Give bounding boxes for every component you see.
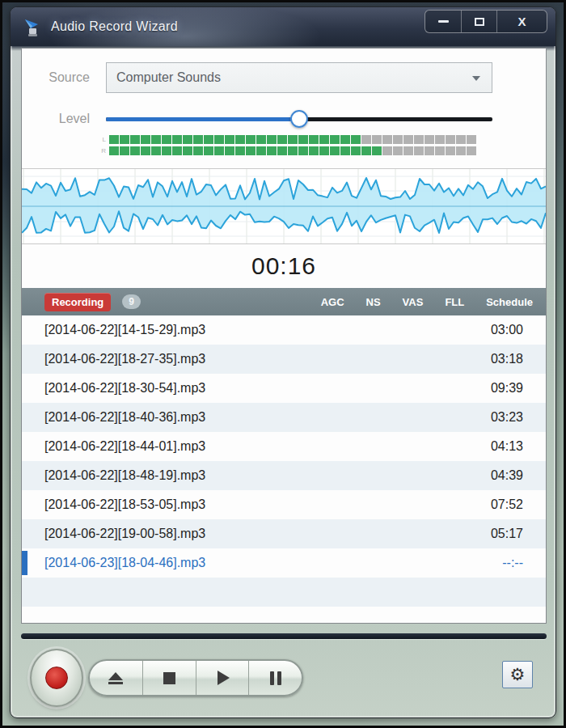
vu-block xyxy=(456,135,466,144)
vu-block xyxy=(372,146,382,155)
file-duration: 05:17 xyxy=(491,527,523,541)
list-item[interactable]: [2014-06-22][18-48-19].mp304:39 xyxy=(22,461,546,490)
vu-block xyxy=(172,135,182,144)
vu-block xyxy=(330,135,340,144)
file-name: [2014-06-23][18-04-46].mp3 xyxy=(44,556,205,570)
vu-block xyxy=(267,146,277,155)
vu-block xyxy=(277,146,287,155)
active-row-marker xyxy=(22,551,27,575)
vu-block xyxy=(309,135,319,144)
vu-block xyxy=(330,146,340,155)
app-icon xyxy=(23,16,43,37)
vu-block xyxy=(151,135,161,144)
stop-button[interactable] xyxy=(142,661,196,695)
level-slider[interactable] xyxy=(106,110,492,128)
file-duration: 04:39 xyxy=(491,468,523,483)
vu-block xyxy=(256,146,266,155)
vu-block xyxy=(225,135,234,144)
vu-block xyxy=(435,135,445,144)
vu-block xyxy=(361,146,371,155)
maximize-button[interactable] xyxy=(461,11,496,32)
vu-block xyxy=(424,146,434,155)
list-item[interactable]: [2014-06-22][18-40-36].mp303:23 xyxy=(22,403,546,432)
title-bar[interactable]: Audio Record Wizard X xyxy=(11,7,555,46)
file-duration: 03:00 xyxy=(491,323,523,337)
vu-block xyxy=(130,146,140,155)
minimize-icon xyxy=(438,20,449,23)
app-window: Audio Record Wizard X Source Computer So… xyxy=(10,6,556,718)
maximize-icon xyxy=(475,18,484,26)
vu-block xyxy=(172,146,182,155)
settings-button[interactable]: ⚙ xyxy=(502,661,533,688)
file-name: [2014-06-22][18-53-05].mp3 xyxy=(44,497,205,512)
waveform-graphic xyxy=(22,169,546,243)
vu-block xyxy=(225,146,234,155)
vu-block xyxy=(414,146,424,155)
recording-count-badge: 9 xyxy=(122,294,141,309)
waveform-display xyxy=(22,168,546,244)
list-item[interactable]: [2014-06-22][19-00-58].mp305:17 xyxy=(22,519,546,548)
window-controls: X xyxy=(424,10,547,33)
file-name: [2014-06-22][18-27-35].mp3 xyxy=(44,352,205,366)
source-value: Computer Sounds xyxy=(116,70,221,85)
vu-block xyxy=(267,135,277,144)
vu-block xyxy=(414,135,424,144)
list-item[interactable]: [2014-06-22][18-30-54].mp309:39 xyxy=(22,374,546,403)
vu-block xyxy=(446,135,455,144)
vu-block xyxy=(382,135,392,144)
play-button[interactable] xyxy=(196,661,249,695)
channel-label: R xyxy=(96,147,106,154)
vu-block xyxy=(298,146,308,155)
toggle-schedule[interactable]: Schedule xyxy=(486,296,533,308)
recording-status-badge: Recording xyxy=(44,293,111,311)
vu-block xyxy=(193,135,203,144)
file-name: [2014-06-22][19-00-58].mp3 xyxy=(44,527,205,541)
list-item[interactable]: [2014-06-22][18-44-01].mp304:13 xyxy=(22,432,546,461)
toggle-ns[interactable]: NS xyxy=(366,296,381,308)
vu-block xyxy=(109,135,119,144)
slider-thumb[interactable] xyxy=(290,110,308,128)
close-button[interactable]: X xyxy=(496,11,547,32)
toggle-fll[interactable]: FLL xyxy=(445,296,464,308)
vu-meter: LR xyxy=(96,135,546,155)
channel-label: L xyxy=(96,136,106,143)
vu-block xyxy=(193,146,203,155)
list-item[interactable]: [2014-06-22][18-53-05].mp307:52 xyxy=(22,490,546,519)
source-select[interactable]: Computer Sounds xyxy=(106,62,492,93)
vu-block xyxy=(235,146,245,155)
file-duration: 09:39 xyxy=(491,381,523,396)
toggle-vas[interactable]: VAS xyxy=(403,296,424,308)
list-item[interactable]: [2014-06-22][18-27-35].mp303:18 xyxy=(22,345,546,374)
list-item[interactable]: [2014-06-22][14-15-29].mp303:00 xyxy=(22,315,546,345)
file-name: [2014-06-22][18-30-54].mp3 xyxy=(44,381,205,396)
minimize-button[interactable] xyxy=(425,11,461,32)
vu-block xyxy=(309,146,319,155)
eject-button[interactable] xyxy=(90,661,142,695)
pause-icon xyxy=(270,671,281,685)
vu-block xyxy=(467,146,476,155)
toggle-agc[interactable]: AGC xyxy=(321,296,344,308)
vu-block xyxy=(130,135,140,144)
file-duration: 03:23 xyxy=(491,410,523,425)
list-item[interactable]: [2014-06-23][18-04-46].mp3--:-- xyxy=(22,548,546,578)
file-duration: 04:13 xyxy=(491,439,523,454)
vu-block xyxy=(403,146,413,155)
vu-block xyxy=(288,135,298,144)
play-icon xyxy=(218,671,230,685)
vu-block xyxy=(246,135,256,144)
vu-block xyxy=(204,146,213,155)
file-duration: --:-- xyxy=(502,556,523,570)
source-label: Source xyxy=(22,70,90,85)
vu-block xyxy=(298,135,308,144)
record-button[interactable] xyxy=(30,649,83,707)
vu-block xyxy=(214,146,224,155)
pause-button[interactable] xyxy=(248,661,302,695)
close-icon: X xyxy=(517,15,526,28)
vu-block xyxy=(393,135,403,144)
vu-block xyxy=(393,146,403,155)
vu-block xyxy=(204,135,213,144)
vu-block xyxy=(162,135,171,144)
eject-icon xyxy=(108,672,123,680)
vu-block xyxy=(246,146,256,155)
file-name: [2014-06-22][14-15-29].mp3 xyxy=(44,323,205,337)
